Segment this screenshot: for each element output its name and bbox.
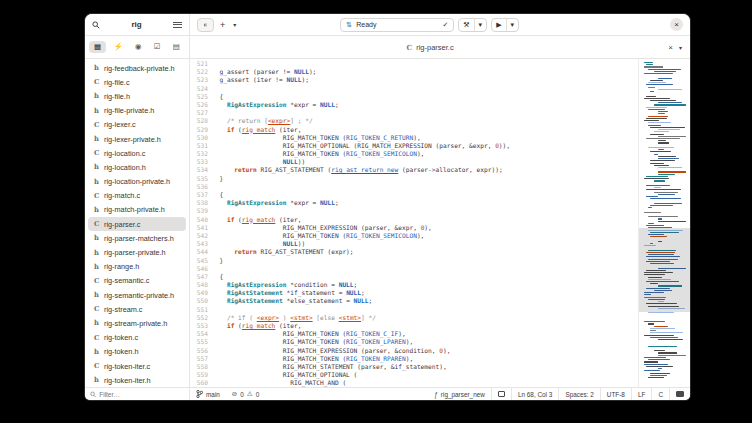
code-line[interactable]: RIG_MATCH_TOKEN (RIG_TOKEN_C_IF),	[212, 330, 638, 338]
code-line[interactable]: RigAstExpression *expr = NULL;	[212, 101, 638, 109]
file-item[interactable]: Crig-semantic.c	[88, 274, 186, 288]
code-line[interactable]: RIG_MATCH_AND (	[212, 379, 638, 387]
code-line[interactable]: {	[212, 273, 638, 281]
toggle-panel-icon[interactable]	[197, 18, 214, 32]
code-line[interactable]	[212, 183, 638, 191]
code-line[interactable]	[212, 85, 638, 93]
panel-tab-2[interactable]: ◉	[130, 41, 147, 53]
file-item[interactable]: hrig-lexer-private.h	[88, 132, 186, 146]
build-button[interactable]: ⚒	[459, 19, 473, 31]
code-line[interactable]: RIG_MATCH_TOKEN (RIG_TOKEN_LPAREN),	[212, 338, 638, 346]
code-line[interactable]: }	[212, 257, 638, 265]
encoding-setting[interactable]: UTF-8	[600, 388, 631, 400]
code-line[interactable]: {	[212, 93, 638, 101]
panel-tab-0[interactable]: ▦	[89, 41, 106, 53]
tab-list-dropdown-icon[interactable]: ▾	[677, 44, 684, 51]
diagnostics-indicator[interactable]: ⊘ 0 ⚠ 0	[226, 388, 265, 400]
code-line[interactable]	[212, 109, 638, 117]
code-line[interactable]: NULL))	[212, 158, 638, 166]
code-line[interactable]: /* return [<expr>] ; */	[212, 117, 638, 125]
code-line[interactable]: {	[212, 191, 638, 199]
new-tab-button[interactable]: +	[218, 20, 227, 30]
code-line[interactable]	[212, 265, 638, 273]
code-line[interactable]: RigAstStatement *else_statement = NULL;	[212, 297, 638, 305]
file-item[interactable]: Crig-token-iter.c	[88, 359, 186, 373]
file-item[interactable]: hrig-token.h	[88, 345, 186, 359]
code-line[interactable]: RIG_MATCH_TOKEN (RIG_TOKEN_RPAREN),	[212, 355, 638, 363]
code-line[interactable]: NULL))	[212, 240, 638, 248]
file-item[interactable]: Crig-file.c	[88, 75, 186, 89]
new-tab-dropdown-icon[interactable]: ▾	[231, 21, 238, 28]
minimap-viewport[interactable]	[639, 228, 690, 312]
line-number: 558	[190, 363, 208, 371]
code-line[interactable]: RIG_MATCH_TOKEN (RIG_TOKEN_SEMICOLON),	[212, 150, 638, 158]
search-icon[interactable]	[92, 21, 100, 29]
code-line[interactable]	[212, 207, 638, 215]
tab-close-icon[interactable]: ×	[664, 43, 677, 52]
code-line[interactable]: RIG_MATCH_EXPRESSION (parser, &expr, 0),	[212, 224, 638, 232]
code-line[interactable]	[212, 306, 638, 314]
file-item[interactable]: Crig-lexer.c	[88, 118, 186, 132]
file-item[interactable]: hrig-file.h	[88, 89, 186, 103]
code-line[interactable]: return RIG_AST_STATEMENT (expr);	[212, 248, 638, 256]
code-line[interactable]: g_assert (iter != NULL);	[212, 76, 638, 84]
code-line[interactable]: RIG_MATCH_TOKEN (RIG_TOKEN_C_RETURN),	[212, 134, 638, 142]
code-line[interactable]: RigAstExpression *condition = NULL;	[212, 281, 638, 289]
code-line[interactable]: g_assert (parser != NULL);	[212, 68, 638, 76]
code-line[interactable]: if (rig_match (iter,	[212, 322, 638, 330]
git-branch-indicator[interactable]: main	[190, 388, 226, 400]
file-item[interactable]: hrig-match-private.h	[88, 203, 186, 217]
file-item[interactable]: hrig-stream-private.h	[88, 316, 186, 330]
file-item[interactable]: Crig-token.c	[88, 331, 186, 345]
code-line[interactable]: return RIG_AST_STATEMENT (rig_ast_return…	[212, 166, 638, 174]
code-minimap[interactable]	[638, 59, 690, 387]
code-line[interactable]: if (rig_match (iter,	[212, 216, 638, 224]
panel-tab-4[interactable]: ▤	[168, 41, 185, 53]
code-view[interactable]: g_assert (parser != NULL); g_assert (ite…	[212, 60, 638, 387]
current-symbol[interactable]: ƒ rig_parser_new	[428, 388, 491, 400]
code-line[interactable]: RIG_MATCH_OPTIONAL (RIG_MATCH_EXPRESSION…	[212, 142, 638, 150]
run-button[interactable]: ▶	[492, 19, 505, 31]
menu-icon[interactable]	[173, 22, 182, 28]
code-line[interactable]: RIG_MATCH_EXPRESSION (parser, &condition…	[212, 347, 638, 355]
file-item[interactable]: hrig-token-iter.h	[88, 373, 186, 387]
file-item[interactable]: Crig-location.c	[88, 146, 186, 160]
window-close-button[interactable]: ×	[670, 18, 683, 31]
omnibar-build-status[interactable]: ⇅ Ready ✓	[340, 18, 454, 32]
file-item[interactable]: hrig-range.h	[88, 260, 186, 274]
filter-input[interactable]	[99, 391, 184, 398]
file-item[interactable]: hrig-location.h	[88, 160, 186, 174]
minimap-line	[644, 93, 688, 94]
panel-tab-3[interactable]: ☑	[149, 41, 166, 53]
run-dropdown-icon[interactable]: ▾	[506, 19, 519, 31]
overwrite-mode-indicator[interactable]	[491, 388, 511, 400]
code-line[interactable]: RIG_MATCH_TOKEN (RIG_TOKEN_SEMICOLON),	[212, 232, 638, 240]
panel-tab-1[interactable]: ⚡	[108, 41, 127, 53]
file-item[interactable]: hrig-semantic-private.h	[88, 288, 186, 302]
code-line[interactable]: }	[212, 175, 638, 183]
code-line[interactable]: if (rig_match (iter,	[212, 126, 638, 134]
tab-rig-parser[interactable]: C rig-parser.c	[407, 43, 454, 52]
build-dropdown-icon[interactable]: ▾	[474, 19, 487, 31]
file-item[interactable]: hrig-feedback-private.h	[88, 61, 186, 75]
code-line[interactable]: RIG_MATCH_STATEMENT (parser, &if_stateme…	[212, 363, 638, 371]
code-line[interactable]: RIG_MATCH_OPTIONAL (	[212, 371, 638, 379]
file-item[interactable]: hrig-location-private.h	[88, 175, 186, 189]
minimap-line	[648, 216, 678, 217]
code-line[interactable]: RigAstExpression *expr = NULL;	[212, 199, 638, 207]
file-item[interactable]: Crig-match.c	[88, 189, 186, 203]
code-line[interactable]: /* if ( <expr> ) <stmt> [else <stmt>] */	[212, 314, 638, 322]
cursor-position[interactable]: Ln 68, Col 3	[511, 388, 558, 400]
file-item[interactable]: hrig-file-private.h	[88, 104, 186, 118]
file-item[interactable]: Crig-stream.c	[88, 302, 186, 316]
file-item[interactable]: hrig-parser-matchers.h	[88, 231, 186, 245]
file-item[interactable]: hrig-parser-private.h	[88, 245, 186, 259]
language-mode[interactable]: C	[651, 388, 669, 400]
code-line[interactable]: RigAstStatement *if_statement = NULL;	[212, 289, 638, 297]
keyboard-toggle[interactable]	[669, 388, 690, 400]
code-line[interactable]	[212, 60, 638, 68]
line-ending-setting[interactable]: LF	[631, 388, 651, 400]
file-item[interactable]: Crig-parser.c	[88, 217, 186, 231]
source-editor[interactable]: 5215225235245255265275285295305315325335…	[190, 59, 638, 387]
indentation-setting[interactable]: Spaces: 2	[558, 388, 599, 400]
